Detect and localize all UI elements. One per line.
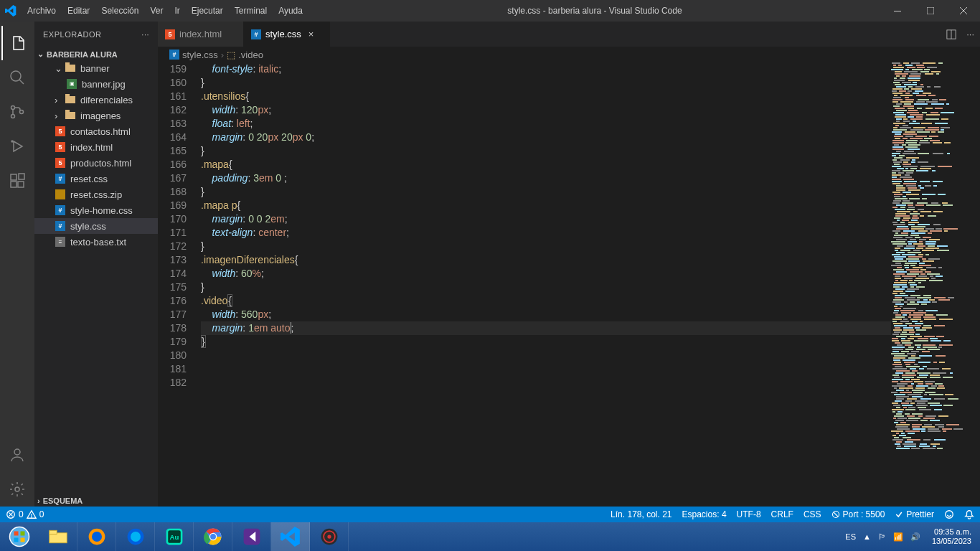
chevron-down-icon: ⌄: [37, 50, 44, 59]
folder-diferenciales[interactable]: › diferenciales: [34, 92, 158, 108]
svg-rect-13: [18, 182, 24, 187]
status-prettier[interactable]: Prettier: [895, 509, 934, 519]
svg-point-37: [131, 532, 141, 542]
menu-seleccion[interactable]: Selección: [95, 6, 144, 16]
tray-clock[interactable]: 09:35 a.m. 13/05/2023: [928, 527, 976, 546]
maximize-button[interactable]: [914, 0, 947, 22]
source-control-icon[interactable]: [0, 95, 34, 129]
svg-line-25: [834, 512, 838, 517]
start-button[interactable]: [0, 522, 39, 551]
status-encoding[interactable]: UTF-8: [737, 509, 761, 519]
tray-volume-icon[interactable]: 🔊: [910, 532, 920, 542]
taskbar-file-explorer[interactable]: [39, 522, 77, 551]
tree-label: banner: [80, 63, 109, 74]
menu-ayuda[interactable]: Ayuda: [273, 6, 308, 16]
menu-ejecutar[interactable]: Ejecutar: [186, 6, 229, 16]
symbol-icon: ⬚: [227, 50, 235, 60]
html-file-icon: 5: [55, 142, 66, 152]
taskbar-audition[interactable]: Au: [155, 522, 194, 551]
file-reset-zip[interactable]: reset.css.zip: [34, 187, 158, 202]
taskbar-firefox-dev[interactable]: [116, 522, 155, 551]
status-position[interactable]: Lín. 178, col. 21: [611, 509, 672, 519]
folder-icon: [65, 96, 76, 103]
file-style-css[interactable]: # style.css: [34, 218, 158, 234]
tree-label: contactos.html: [70, 126, 131, 137]
explorer-icon[interactable]: [1, 26, 34, 60]
account-icon[interactable]: [0, 438, 34, 472]
more-actions-icon[interactable]: ···: [966, 29, 974, 39]
minimap[interactable]: [891, 62, 970, 507]
file-banner-jpg[interactable]: ▣ banner.jpg: [34, 76, 158, 92]
svg-point-26: [946, 511, 953, 519]
status-spaces[interactable]: Espacios: 4: [682, 509, 727, 519]
statusbar: 0 0 Lín. 178, col. 21 Espacios: 4 UTF-8 …: [0, 507, 980, 522]
folder-icon: [65, 65, 76, 72]
debug-icon[interactable]: [0, 129, 34, 164]
settings-icon[interactable]: [0, 472, 34, 507]
menu-terminal[interactable]: Terminal: [229, 6, 273, 16]
minimize-button[interactable]: [881, 0, 914, 22]
taskbar-app[interactable]: [310, 522, 349, 551]
file-texto-base-txt[interactable]: ≡ texto-base.txt: [34, 234, 158, 250]
breadcrumb-file[interactable]: style.css: [182, 50, 218, 60]
close-button[interactable]: [947, 0, 980, 22]
tree-label: texto-base.txt: [70, 237, 126, 248]
vscode-logo-icon: [0, 5, 22, 17]
breadcrumb[interactable]: # style.css › ⬚ .video: [158, 47, 980, 62]
svg-point-4: [11, 71, 21, 81]
folder-imagenes[interactable]: › imagenes: [34, 108, 158, 123]
file-contactos-html[interactable]: 5 contactos.html: [34, 123, 158, 139]
css-file-icon: #: [251, 29, 261, 39]
status-eol[interactable]: CRLF: [771, 509, 793, 519]
tree-label: index.html: [70, 142, 113, 153]
chevron-right-icon: ›: [55, 95, 63, 105]
chevron-down-icon: ⌄: [55, 63, 63, 74]
split-editor-icon[interactable]: [946, 29, 956, 39]
svg-marker-9: [14, 141, 22, 151]
folder-icon: [65, 112, 76, 119]
search-icon[interactable]: [0, 60, 34, 95]
folder-banner[interactable]: ⌄ banner: [34, 60, 158, 76]
status-bell-icon[interactable]: [964, 509, 974, 519]
menu-editar[interactable]: Editar: [62, 6, 95, 16]
text-file-icon: ≡: [55, 237, 66, 247]
svg-point-7: [11, 115, 15, 118]
project-header[interactable]: ⌄ BARBERIA ALURA: [34, 48, 158, 60]
tray-action-center-icon[interactable]: 🏳: [878, 532, 886, 541]
sidebar-header: EXPLORADOR ···: [34, 22, 158, 47]
breadcrumb-symbol[interactable]: .video: [238, 50, 263, 60]
file-style-home-css[interactable]: # style-home.css: [34, 202, 158, 218]
code-area[interactable]: 1591601611621631641651661671681691701711…: [158, 62, 980, 507]
status-language[interactable]: CSS: [804, 509, 821, 519]
activity-bar: [0, 22, 34, 507]
close-tab-icon[interactable]: ×: [308, 29, 314, 39]
status-port[interactable]: Port : 5500: [831, 509, 885, 519]
menu-ir[interactable]: Ir: [169, 6, 185, 16]
file-index-html[interactable]: 5 index.html: [34, 139, 158, 155]
status-errors[interactable]: 0 0: [6, 509, 44, 519]
taskbar-firefox[interactable]: [77, 522, 116, 551]
sidebar: EXPLORADOR ··· ⌄ BARBERIA ALURA ⌄ banner…: [34, 22, 158, 507]
code-content[interactable]: font-style: italic; } .utensilios{ width…: [201, 62, 980, 507]
taskbar-vscode[interactable]: [271, 522, 310, 551]
sidebar-more-icon[interactable]: ···: [141, 30, 149, 39]
esquema-header[interactable]: › ESQUEMA: [34, 495, 158, 507]
svg-text:Au: Au: [169, 533, 179, 541]
html-file-icon: 5: [165, 29, 175, 39]
scrollbar-vertical[interactable]: [970, 62, 980, 507]
file-productos-html[interactable]: 5 productos.html: [34, 155, 158, 171]
taskbar-visualstudio[interactable]: [232, 522, 271, 551]
chevron-right-icon: ›: [37, 496, 40, 505]
status-feedback-icon[interactable]: [944, 509, 954, 519]
file-reset-css[interactable]: # reset.css: [34, 171, 158, 187]
tray-network-icon[interactable]: 📶: [893, 532, 903, 542]
tab-style-css[interactable]: # style.css ×: [244, 22, 330, 47]
menu-archivo[interactable]: Archivo: [22, 6, 62, 16]
tab-index-html[interactable]: 5 index.html: [158, 22, 244, 47]
menu-ver[interactable]: Ver: [144, 6, 169, 16]
tray-show-hidden-icon[interactable]: ▲: [863, 532, 871, 541]
chevron-right-icon: ›: [55, 110, 63, 121]
tray-language[interactable]: ES: [845, 532, 856, 541]
extensions-icon[interactable]: [0, 164, 34, 198]
taskbar-chrome[interactable]: [194, 522, 232, 551]
